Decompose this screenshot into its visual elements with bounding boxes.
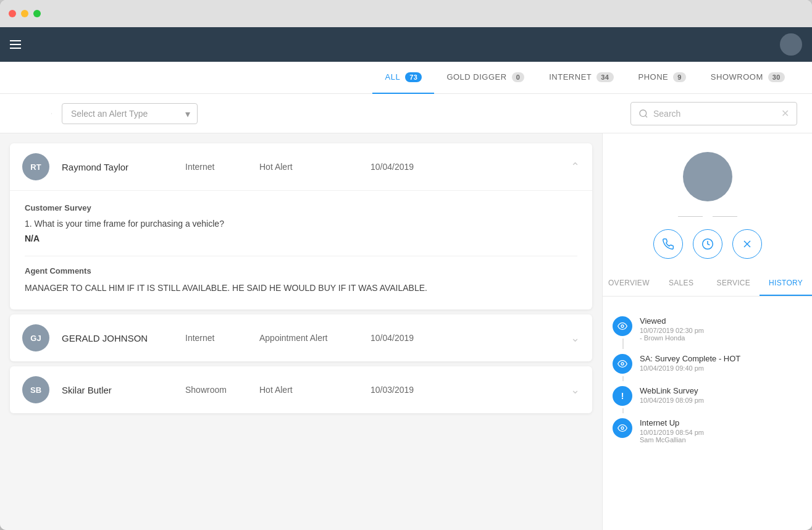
nav-avatar[interactable] xyxy=(780,33,802,56)
tabs-container: ALL73GOLD DIGGER0INTERNET34PHONE9SHOWROO… xyxy=(372,62,797,94)
tab-all[interactable]: ALL73 xyxy=(372,62,434,94)
tab-label: SHOWROOM xyxy=(711,72,763,82)
history-item: Internet Up 10/01/2019 08:54 pm Sam McGa… xyxy=(613,418,802,444)
svg-point-0 xyxy=(640,110,647,117)
history-date: 10/04/2019 09:40 pm xyxy=(640,364,802,372)
tab-phone[interactable]: PHONE9 xyxy=(626,62,698,94)
alert-type: Appointment Alert xyxy=(259,333,358,343)
history-event: WebLink Survey xyxy=(640,386,802,395)
search-box: ✕ xyxy=(630,102,797,125)
history-date: 10/01/2019 08:54 pm xyxy=(640,429,802,436)
navbar xyxy=(0,27,812,62)
alert-source: Internet xyxy=(185,162,247,172)
tab-label: INTERNET xyxy=(549,72,592,82)
dot-green[interactable] xyxy=(33,10,41,17)
alert-card: RT Raymond Taylor Internet Hot Alert 10/… xyxy=(10,143,592,309)
eye-icon xyxy=(617,423,627,433)
close-action-button[interactable] xyxy=(732,229,762,259)
alert-avatar: GJ xyxy=(22,324,49,351)
tab-badge: 34 xyxy=(596,72,613,82)
history-date: 10/04/2019 08:09 pm xyxy=(640,397,802,404)
history-event: SA: Survey Complete - HOT xyxy=(640,354,802,363)
title-bar xyxy=(0,0,812,27)
hamburger-icon xyxy=(10,40,21,49)
alert-row[interactable]: RT Raymond Taylor Internet Hot Alert 10/… xyxy=(10,143,592,190)
history-item: ! WebLink Survey 10/04/2019 08:09 pm xyxy=(613,386,802,406)
search-input[interactable] xyxy=(653,109,781,119)
alert-date: 10/04/2019 xyxy=(370,162,558,172)
survey-title: Customer Survey xyxy=(25,203,577,212)
chevron-icon: ⌃ xyxy=(571,160,580,174)
eye-icon xyxy=(617,321,627,331)
alert-type: Hot Alert xyxy=(259,385,358,395)
history-panel: Viewed 10/07/2019 02:30 pm - Brown Honda… xyxy=(603,297,812,466)
alert-row[interactable]: GJ GERALD JOHNSON Internet Appointment A… xyxy=(10,314,592,361)
actions-divider-left xyxy=(678,216,703,217)
svg-point-6 xyxy=(621,363,624,365)
svg-line-1 xyxy=(645,116,647,117)
history-sub: Sam McGallian xyxy=(640,436,802,444)
chevron-icon: ⌄ xyxy=(571,331,580,345)
alert-name: Raymond Taylor xyxy=(62,162,173,172)
tab-label: PHONE xyxy=(638,72,669,82)
tab-label: ALL xyxy=(385,72,400,82)
tab-gold_digger[interactable]: GOLD DIGGER0 xyxy=(434,62,537,94)
alert-name: GERALD JOHNSON xyxy=(62,333,173,343)
history-sub: - Brown Honda xyxy=(640,334,802,342)
alerts-count-block xyxy=(15,113,52,114)
detail-header xyxy=(603,133,812,271)
tab-badge: 9 xyxy=(673,72,686,82)
phone-action-button[interactable] xyxy=(653,229,683,259)
tab-badge: 30 xyxy=(768,72,785,82)
exclamation-icon: ! xyxy=(621,391,624,401)
svg-point-7 xyxy=(621,427,624,429)
alert-type: Hot Alert xyxy=(259,162,358,172)
detail-avatar xyxy=(683,152,732,201)
alert-avatar: SB xyxy=(22,376,49,403)
chevron-icon: ⌄ xyxy=(571,383,580,397)
alert-type-select[interactable]: Select an Alert Type xyxy=(62,103,198,124)
detail-tab-history[interactable]: HISTORY xyxy=(760,271,812,296)
history-items-list: Viewed 10/07/2019 02:30 pm - Brown Honda… xyxy=(613,316,802,444)
alert-row[interactable]: SB Skilar Butler Showroom Hot Alert 10/0… xyxy=(10,366,592,413)
action-center-header: ALL73GOLD DIGGER0INTERNET34PHONE9SHOWROO… xyxy=(0,62,812,94)
dot-yellow[interactable] xyxy=(21,10,28,17)
history-icon xyxy=(613,316,632,336)
dot-red[interactable] xyxy=(9,10,16,17)
clock-action-button[interactable] xyxy=(693,229,722,259)
history-icon xyxy=(613,354,632,374)
action-icons-row xyxy=(653,229,762,259)
detail-tab-sales[interactable]: SALES xyxy=(655,271,708,296)
alert-source: Internet xyxy=(185,333,247,343)
search-clear-icon[interactable]: ✕ xyxy=(781,107,789,119)
history-content: WebLink Survey 10/04/2019 08:09 pm xyxy=(640,386,802,406)
history-event: Viewed xyxy=(640,316,802,326)
eye-icon xyxy=(617,359,627,369)
survey-answer: N/A xyxy=(25,233,577,243)
alert-expanded-content: Customer Survey 1. What is your time fra… xyxy=(10,190,592,309)
available-actions-row xyxy=(678,216,737,217)
menu-button[interactable] xyxy=(10,40,26,49)
alert-type-select-wrap: Select an Alert Type ▾ xyxy=(62,103,198,124)
phone-icon xyxy=(662,238,674,250)
tab-showroom[interactable]: SHOWROOM30 xyxy=(698,62,797,94)
history-content: SA: Survey Complete - HOT 10/04/2019 09:… xyxy=(640,354,802,374)
tab-badge: 73 xyxy=(405,72,422,82)
alerts-panel: RT Raymond Taylor Internet Hot Alert 10/… xyxy=(0,133,602,530)
history-content: Internet Up 10/01/2019 08:54 pm Sam McGa… xyxy=(640,418,802,444)
svg-point-5 xyxy=(621,325,624,327)
history-event: Internet Up xyxy=(640,418,802,427)
detail-tabs: OVERVIEWSALESSERVICEHISTORY xyxy=(603,271,812,297)
tab-internet[interactable]: INTERNET34 xyxy=(537,62,626,94)
history-item: SA: Survey Complete - HOT 10/04/2019 09:… xyxy=(613,354,802,374)
alert-date: 10/04/2019 xyxy=(370,333,558,343)
history-date: 10/07/2019 02:30 pm xyxy=(640,327,802,334)
history-content: Viewed 10/07/2019 02:30 pm - Brown Honda xyxy=(640,316,802,342)
detail-panel: OVERVIEWSALESSERVICEHISTORY Viewed 10/07… xyxy=(602,133,812,530)
clock-icon xyxy=(701,238,714,250)
detail-tab-service[interactable]: SERVICE xyxy=(708,271,760,296)
survey-question: 1. What is your time frame for purchasin… xyxy=(25,219,577,229)
detail-tab-overview[interactable]: OVERVIEW xyxy=(603,271,655,296)
x-icon xyxy=(741,238,753,250)
app-window: ALL73GOLD DIGGER0INTERNET34PHONE9SHOWROO… xyxy=(0,0,812,530)
